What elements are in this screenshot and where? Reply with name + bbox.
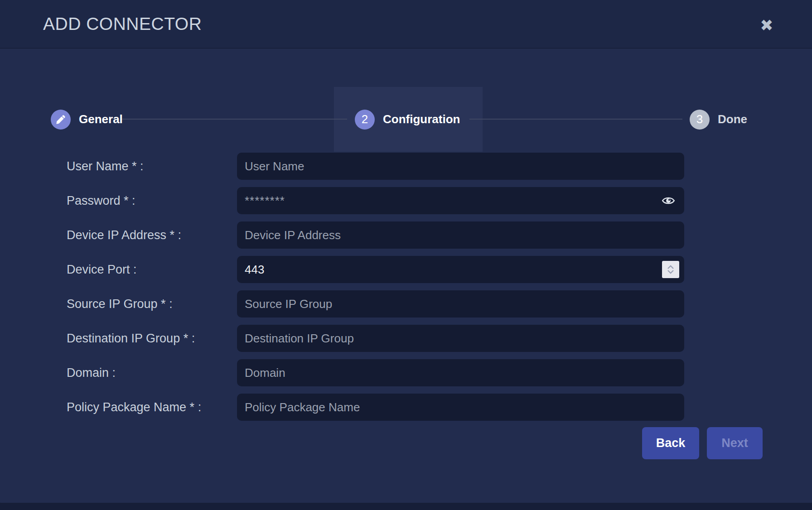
device-ip-address-input[interactable] <box>237 221 684 249</box>
form-row: Source IP Group * : <box>0 290 812 318</box>
step-configuration-label: Configuration <box>383 112 460 126</box>
field-input-wrap <box>237 325 684 352</box>
source-ip-group-label: Source IP Group * : <box>0 297 237 311</box>
field-input-wrap <box>237 290 684 318</box>
source-ip-group-input[interactable] <box>237 290 684 318</box>
user-name-label: User Name * : <box>0 159 237 173</box>
domain-input[interactable] <box>237 359 684 386</box>
policy-package-name-label: Policy Package Name * : <box>0 400 237 414</box>
step-done-label: Done <box>718 112 747 126</box>
device-port-input[interactable] <box>237 256 684 283</box>
form-row: Destination IP Group * : <box>0 325 812 352</box>
step-configuration[interactable]: 2 Configuration <box>355 87 460 152</box>
form-row: Device IP Address * : <box>0 221 812 249</box>
modal-header: ADD CONNECTOR ✖ <box>0 0 812 48</box>
destination-ip-group-input[interactable] <box>237 325 684 352</box>
step-2-badge: 2 <box>355 110 375 130</box>
next-button[interactable]: Next <box>707 427 763 459</box>
form-row: Device Port : <box>0 256 812 283</box>
step-3-badge: 3 <box>690 110 710 130</box>
field-input-wrap <box>237 359 684 386</box>
page-background-strip <box>0 503 812 506</box>
stepper-connector-line <box>469 119 682 120</box>
field-input-wrap <box>237 221 684 249</box>
field-input-wrap <box>237 256 684 283</box>
form-row: User Name * : <box>0 153 812 180</box>
domain-label: Domain : <box>0 366 237 380</box>
device-ip-address-label: Device IP Address * : <box>0 228 237 242</box>
modal-footer: Back Next <box>642 427 763 459</box>
connector-form: User Name * : Password * : Device IP Add… <box>0 153 812 428</box>
pencil-icon <box>51 110 71 130</box>
form-row: Policy Package Name * : <box>0 394 812 421</box>
step-general-label: General <box>79 112 123 126</box>
policy-package-name-input[interactable] <box>237 394 684 421</box>
destination-ip-group-label: Destination IP Group * : <box>0 332 237 346</box>
add-connector-modal: ADD CONNECTOR ✖ General 2 Configuration … <box>0 0 812 506</box>
wizard-stepper: General 2 Configuration 3 Done <box>0 87 812 152</box>
step-done[interactable]: 3 Done <box>690 87 747 152</box>
close-icon[interactable]: ✖ <box>757 15 777 35</box>
eye-icon[interactable] <box>661 195 676 207</box>
device-port-label: Device Port : <box>0 263 237 277</box>
password-label: Password * : <box>0 194 237 208</box>
user-name-input[interactable] <box>237 153 684 180</box>
back-button[interactable]: Back <box>642 427 699 459</box>
step-general[interactable]: General <box>51 87 123 152</box>
number-stepper[interactable] <box>662 261 679 278</box>
field-input-wrap <box>237 187 684 214</box>
form-row: Domain : <box>0 359 812 386</box>
form-row: Password * : <box>0 187 812 214</box>
field-input-wrap <box>237 394 684 421</box>
stepper-connector-line <box>121 119 347 120</box>
field-input-wrap <box>237 153 684 180</box>
modal-title: ADD CONNECTOR <box>43 14 202 34</box>
password-input[interactable] <box>237 187 684 214</box>
